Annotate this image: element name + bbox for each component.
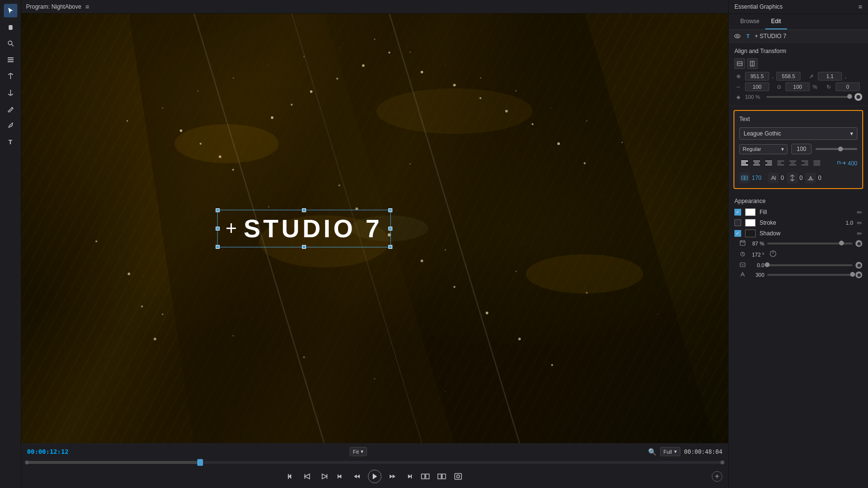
selection-tool[interactable] [4,4,17,17]
quality-label: Full [664,449,672,455]
panel-menu-button[interactable]: ≡ [858,3,862,11]
shadow-opacity-thumb[interactable] [839,241,844,245]
shadow-opacity-slider[interactable] [767,243,853,244]
svg-point-1 [8,41,12,45]
ripple-tool[interactable] [4,69,17,83]
fill-checkbox[interactable]: ✓ [734,209,741,216]
current-time[interactable]: 00:00:12:12 [27,448,68,455]
justify-all-btn[interactable] [812,158,822,169]
zoom-tool[interactable] [4,37,17,50]
scale-field[interactable] [818,72,842,81]
position-y-field[interactable]: 558.5 [776,72,800,81]
fit-selector[interactable]: Fit ▾ [350,447,367,456]
handle-bottom-left[interactable] [216,245,220,249]
handle-bottom-center[interactable] [302,245,306,249]
step-forward-button[interactable] [404,471,414,482]
fill-color-swatch[interactable] [745,208,756,216]
align-left-btn[interactable] [739,158,750,169]
layer-eye-toggle[interactable] [733,32,741,40]
export-frame-button[interactable] [453,471,463,482]
monitor-menu-button[interactable]: ≡ [85,3,89,11]
svg-rect-80 [814,163,820,163]
handle-middle-right[interactable] [388,227,392,230]
stroke-color-swatch[interactable] [745,219,756,227]
svg-rect-69 [765,164,772,165]
rotation-icon: ↻ [825,84,833,90]
tab-edit[interactable]: Edit [765,14,787,29]
play-button[interactable] [368,470,381,483]
shadow-blur-thumb[interactable] [850,272,855,277]
position-x-field[interactable]: 951.5 [745,72,769,81]
razor-tool[interactable] [4,53,17,67]
handle-middle-left[interactable] [216,227,220,230]
pen-tool[interactable] [4,119,17,132]
timeline-track[interactable] [25,461,724,464]
justify-center-btn[interactable] [787,158,798,169]
shadow-edit-icon[interactable]: ✏ [857,230,862,237]
type-tool[interactable]: T [4,135,17,149]
svg-point-40 [141,305,143,307]
stroke-edit-icon[interactable]: ✏ [857,219,862,227]
font-size-slider[interactable] [815,148,857,150]
shadow-blur-slider[interactable] [767,274,853,276]
font-dropdown[interactable]: League Gothic ▾ [739,127,857,140]
out-point-button[interactable] [319,471,329,482]
stroke-checkbox[interactable] [734,219,741,226]
handle-bottom-right[interactable] [388,245,392,249]
insert-edit-button[interactable] [420,471,431,482]
justify-left-btn[interactable] [775,158,786,169]
rotation-field[interactable] [836,82,860,91]
shadow-distance-thumb[interactable] [765,262,770,267]
shadow-distance-slider[interactable] [767,264,853,266]
overwrite-edit-button[interactable] [436,471,447,482]
opacity-track[interactable] [766,96,850,98]
brush-tool[interactable] [4,102,17,116]
align-right-btn[interactable] [763,158,774,169]
quality-selector[interactable]: Full ▾ [660,447,680,456]
appearance-section: Appearance ✓ Fill ✏ Stroke 1.0 ✏ ✓ Shado… [729,193,868,286]
align-center-btn[interactable] [751,158,762,169]
shadow-angle-icon [738,251,747,258]
shadow-color-swatch[interactable] [745,230,756,237]
add-button[interactable]: + [712,471,722,482]
handle-top-center[interactable] [302,208,306,212]
svg-point-15 [180,129,182,132]
svg-point-55 [457,475,460,478]
svg-rect-74 [791,163,795,163]
shadow-checkbox[interactable]: ✓ [734,230,741,237]
next-frame-button[interactable] [387,471,398,482]
layer-item[interactable]: T + STUDIO 7 [729,30,868,43]
svg-rect-54 [455,474,461,479]
timeline-row[interactable] [21,458,728,467]
fill-label: Fill [760,209,853,216]
to-in-point-button[interactable] [286,471,297,482]
svg-point-38 [551,364,553,366]
align-btn-2[interactable] [747,58,758,69]
font-size-thumb[interactable] [838,147,843,151]
prev-frame-button[interactable] [352,471,362,482]
svg-rect-62 [741,163,746,163]
timeline-playhead[interactable] [197,459,203,466]
shadow-angle-circle[interactable] [769,250,777,259]
justify-right-btn[interactable] [800,158,810,169]
align-btn-1[interactable] [734,58,745,69]
transport-controls: + [21,467,728,486]
handle-top-right[interactable] [388,208,392,212]
tab-browse[interactable]: Browse [734,14,765,29]
font-size-field[interactable]: 100 [791,144,812,154]
fill-edit-icon[interactable]: ✏ [857,209,862,216]
rolling-tool[interactable] [4,86,17,99]
svg-rect-63 [741,164,748,165]
total-time: 00:00:48:04 [684,448,722,455]
opacity-thumb[interactable] [847,94,852,99]
in-point-button[interactable] [302,471,313,482]
handle-top-left[interactable] [216,208,220,212]
font-style-dropdown[interactable]: Regular ▾ [739,144,787,154]
step-back-button[interactable] [335,471,346,482]
scale-height-field[interactable] [786,82,810,91]
hand-tool[interactable] [4,20,17,34]
scale-width-field[interactable] [745,82,769,91]
zoom-icon: 🔍 [648,448,656,456]
svg-point-34 [420,259,423,262]
text-overlay-box[interactable]: + STUDIO 7 [217,210,391,247]
